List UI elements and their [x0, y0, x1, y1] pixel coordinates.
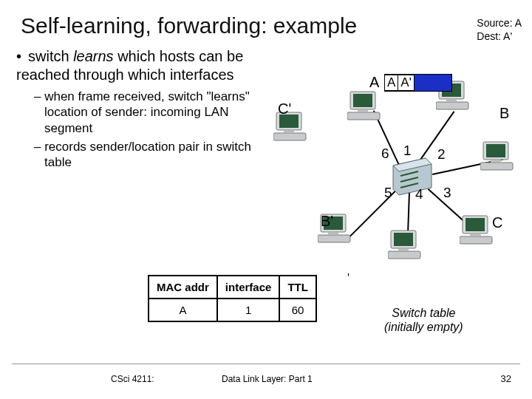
- svg-rect-16: [284, 130, 294, 133]
- svg-rect-19: [480, 163, 513, 170]
- port-1: 1: [403, 143, 412, 159]
- dest-line: Dest: A': [477, 30, 522, 43]
- sub-bullet-1: – when frame received, switch "learns" l…: [34, 89, 253, 136]
- svg-rect-27: [388, 251, 420, 259]
- source-line: Source: A: [477, 16, 522, 30]
- svg-rect-30: [466, 218, 485, 231]
- page-title: Self-learning, forwarding: example: [21, 13, 357, 38]
- host-label-Bprime: B': [321, 213, 333, 230]
- svg-rect-31: [460, 236, 492, 244]
- th-mac: MAC addr: [149, 276, 217, 299]
- frame-packet: A A': [384, 74, 452, 92]
- frame-src: A: [384, 75, 398, 91]
- th-interface: interface: [217, 276, 280, 299]
- switch-table: MAC addr interface TTL A 1 60: [148, 275, 317, 322]
- port-2: 2: [437, 146, 446, 163]
- table-caption: Switch table (initially empty): [384, 306, 463, 334]
- computer-icon: [347, 90, 383, 123]
- sub-bullets: – when frame received, switch "learns" l…: [34, 89, 253, 170]
- td-mac: A: [149, 299, 217, 321]
- divider: [12, 364, 520, 364]
- table-row: A 1 60: [149, 299, 316, 321]
- sub-bullet-2: – records sender/location pair in switch…: [34, 139, 253, 171]
- stray-aprime: ': [347, 272, 349, 285]
- svg-rect-28: [398, 248, 409, 251]
- svg-rect-23: [318, 235, 350, 242]
- switch-icon: [389, 155, 436, 198]
- host-label-Cprime: C': [278, 100, 291, 117]
- source-dest-note: Source: A Dest: A': [477, 16, 522, 43]
- port-5: 5: [384, 185, 392, 201]
- footer-chapter: Data Link Layer: Part 1: [222, 374, 313, 384]
- frame-dst: A': [398, 75, 415, 91]
- page-number: 32: [501, 373, 511, 384]
- svg-rect-32: [470, 233, 480, 236]
- bullet-main: •switch learns which hosts can be reache…: [16, 47, 253, 84]
- bullet-list: •switch learns which hosts can be reache…: [16, 47, 253, 173]
- td-interface: 1: [217, 299, 280, 321]
- host-label-C: C: [492, 214, 502, 231]
- host-label-A: A: [369, 74, 379, 91]
- svg-rect-24: [328, 232, 338, 235]
- svg-rect-12: [446, 99, 457, 102]
- port-6: 6: [381, 146, 389, 162]
- network-diagram: 1 2 6 3 4 5 A B C C' B' A A': [251, 44, 517, 273]
- svg-rect-15: [273, 133, 306, 140]
- svg-rect-8: [358, 109, 368, 112]
- computer-icon: [460, 214, 495, 247]
- svg-rect-20: [491, 160, 501, 163]
- computer-icon: [480, 140, 516, 173]
- svg-rect-18: [486, 144, 505, 157]
- footer-course: CSci 4211:: [111, 374, 154, 384]
- computer-icon: [388, 229, 423, 262]
- port-4: 4: [415, 186, 423, 202]
- port-3: 3: [443, 185, 451, 201]
- svg-rect-6: [353, 94, 372, 107]
- host-label-B: B: [499, 105, 509, 122]
- svg-rect-7: [347, 112, 380, 120]
- th-ttl: TTL: [279, 276, 316, 299]
- svg-rect-26: [394, 233, 413, 246]
- learns-word: learns: [73, 48, 113, 64]
- td-ttl: 60: [279, 299, 316, 321]
- table-header-row: MAC addr interface TTL: [149, 276, 316, 299]
- svg-rect-11: [436, 102, 468, 109]
